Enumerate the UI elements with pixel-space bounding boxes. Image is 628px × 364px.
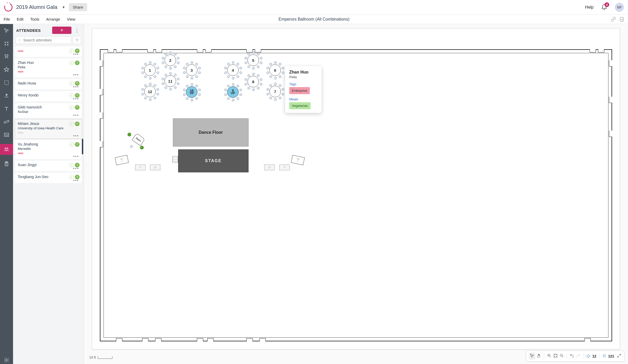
expand-icon[interactable] — [617, 353, 621, 359]
attendee-sub: Meredith — [18, 147, 79, 151]
check-icon — [69, 93, 74, 98]
seated-icon — [75, 163, 80, 167]
menu-edit[interactable]: Edit — [17, 17, 23, 21]
add-attendee-button[interactable]: + — [52, 27, 71, 34]
link-icon[interactable] — [611, 17, 616, 22]
table-1[interactable]: 1 — [144, 64, 156, 76]
panel-title: ATTENDEES — [16, 28, 50, 33]
menu-arrange[interactable]: Arrange — [46, 17, 60, 21]
table-11[interactable]: 11 — [165, 75, 176, 87]
check-icon — [69, 142, 74, 147]
attendee-card[interactable]: Miriam JesusUniversity of Iowa Health Ca… — [15, 119, 82, 138]
table-6[interactable]: 6 — [269, 64, 281, 76]
table-5[interactable]: 5 — [247, 54, 259, 66]
card-more-icon[interactable]: ••• — [18, 135, 79, 137]
table-7[interactable]: 7 — [269, 86, 281, 97]
tool-text[interactable] — [3, 105, 10, 113]
bottom-tool-pointer[interactable] — [529, 353, 535, 360]
buffet-table-4[interactable] — [279, 165, 290, 170]
tool-settings[interactable] — [3, 356, 10, 364]
card-more-icon[interactable]: ••• — [18, 98, 79, 100]
help-link[interactable]: Help — [585, 5, 594, 10]
scrollbar-thumb[interactable] — [82, 139, 83, 154]
notifications-bell[interactable]: 4 — [601, 4, 608, 11]
event-dropdown-caret[interactable]: ▼ — [62, 5, 65, 9]
card-more-icon[interactable]: ••• — [18, 167, 79, 169]
buffet-table-2[interactable] — [150, 165, 160, 170]
svg-point-4 — [5, 44, 6, 45]
svg-point-25 — [588, 357, 589, 358]
menu-file[interactable]: File — [4, 17, 10, 21]
tool-select-box[interactable] — [3, 79, 10, 87]
attendee-card[interactable]: Xuan Jingyi••• — [15, 161, 82, 171]
card-more-icon[interactable]: ••• — [18, 53, 79, 55]
table-4[interactable]: 4 — [227, 64, 239, 76]
card-more-icon[interactable]: ••• — [18, 155, 79, 157]
table-8[interactable]: 8 — [247, 76, 259, 87]
attendee-card[interactable]: Henry Itondo••• — [15, 91, 82, 101]
table-count-icon — [586, 354, 591, 359]
user-avatar[interactable]: NF — [615, 3, 624, 12]
tool-assign[interactable] — [3, 92, 10, 100]
buffet-table-3[interactable] — [264, 165, 275, 170]
stage[interactable]: STAGE — [178, 149, 249, 172]
info-card-name: Zhan Huo — [289, 70, 317, 75]
panel-more-icon[interactable]: ⋮ — [74, 27, 81, 33]
tool-star[interactable] — [3, 66, 10, 74]
undo-icon[interactable] — [570, 353, 574, 359]
menu-view[interactable]: View — [67, 17, 75, 21]
attendee-card[interactable]: Gleb IvanovichNuStar••• — [15, 103, 82, 118]
attendee-list[interactable]: •••Zhan HuoPella•••Nado Husa•••Henry Ito… — [13, 46, 84, 364]
attendee-card[interactable]: Tongbang Jun-Seo••• — [15, 173, 82, 183]
menu-tools[interactable]: Tools — [30, 17, 39, 21]
card-more-icon[interactable]: ••• — [18, 179, 79, 181]
room-outline — [100, 49, 612, 341]
search-input[interactable] — [23, 38, 69, 42]
zoom-out-icon[interactable] — [559, 353, 564, 359]
filter-button[interactable] — [73, 37, 81, 44]
piano-stool[interactable] — [130, 145, 133, 148]
main-area: ATTENDEES + ⋮ •••Zhan HuoPella•••Nado Hu… — [0, 24, 628, 364]
attendee-card[interactable]: Nado Husa••• — [15, 79, 82, 89]
svg-point-5 — [7, 44, 8, 45]
table-9[interactable]: 9VIP — [227, 86, 239, 98]
info-card-sub: Pella — [289, 75, 317, 79]
pdf-icon[interactable]: PDF — [619, 17, 624, 22]
tool-chair[interactable] — [3, 53, 10, 60]
attendee-tag-pill — [18, 153, 23, 154]
table-2[interactable]: 2 — [165, 54, 176, 66]
tool-pointer[interactable] — [3, 27, 10, 34]
svg-point-27 — [590, 356, 590, 356]
floorplan-canvas[interactable]: 123456789VIP10VIP1112 Dance Floor STAGE … — [92, 28, 620, 349]
tool-attendees[interactable] — [0, 144, 13, 155]
app-logo[interactable] — [4, 3, 13, 11]
bottom-tool-hand[interactable] — [537, 353, 541, 359]
tool-image[interactable] — [3, 131, 10, 139]
attendee-tag-pill — [18, 50, 23, 52]
share-button[interactable]: Share — [69, 3, 87, 11]
table-10[interactable]: 10VIP — [186, 86, 197, 98]
search-input-wrapper[interactable] — [16, 37, 71, 44]
table-3[interactable]: 3 — [186, 64, 197, 76]
plant-1[interactable] — [128, 133, 131, 136]
attendee-card[interactable]: Zhan HuoPella••• — [15, 58, 82, 77]
scale-bar — [98, 356, 112, 359]
redo-icon[interactable] — [576, 353, 581, 359]
attendee-card[interactable]: Xu JinahongMeredith••• — [15, 140, 82, 159]
card-more-icon[interactable]: ••• — [18, 86, 79, 88]
check-icon — [69, 175, 74, 179]
svg-point-18 — [154, 167, 156, 168]
card-more-icon[interactable]: ••• — [18, 74, 79, 76]
buffet-table-1[interactable] — [135, 165, 146, 170]
canvas-area[interactable]: 123456789VIP10VIP1112 Dance Floor STAGE … — [84, 24, 628, 364]
zoom-fit-icon[interactable] — [553, 353, 558, 359]
dance-floor[interactable]: Dance Floor — [173, 118, 249, 147]
zoom-in-icon[interactable] — [547, 353, 552, 359]
tool-shapes[interactable] — [3, 40, 10, 47]
plant-2[interactable] — [140, 146, 144, 149]
table-12[interactable]: 12 — [144, 86, 156, 97]
tool-ruler[interactable] — [3, 118, 10, 126]
attendee-card[interactable]: ••• — [15, 46, 82, 57]
tool-clipboard[interactable] — [3, 160, 10, 168]
card-more-icon[interactable]: ••• — [18, 114, 79, 116]
